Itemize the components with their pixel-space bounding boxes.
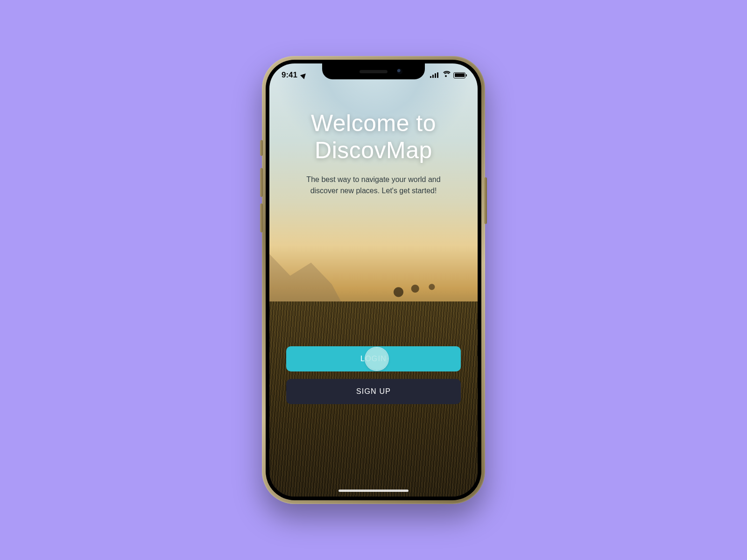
- status-time: 9:41: [282, 70, 297, 80]
- phone-device-frame: 9:41 Welcome to DiscovMap The best way t…: [262, 56, 485, 504]
- power-button: [484, 177, 487, 224]
- wifi-icon: [442, 72, 450, 78]
- volume-down-button: [260, 203, 263, 232]
- login-button-label: LOGIN: [360, 355, 387, 363]
- speaker-grille: [359, 70, 388, 73]
- front-camera: [397, 69, 402, 74]
- volume-up-button: [260, 168, 263, 197]
- welcome-subtitle: The best way to navigate your world and …: [294, 174, 453, 196]
- welcome-title: Welcome to DiscovMap: [311, 110, 436, 164]
- cellular-signal-icon: [430, 72, 438, 78]
- mute-switch: [260, 140, 263, 156]
- signup-button-label: SIGN UP: [356, 387, 391, 396]
- auth-buttons: LOGIN SIGN UP: [286, 346, 461, 404]
- welcome-title-line2: DiscovMap: [315, 137, 432, 163]
- status-bar-right: [430, 69, 465, 78]
- signup-button[interactable]: SIGN UP: [286, 379, 461, 404]
- welcome-screen: Welcome to DiscovMap The best way to nav…: [269, 63, 478, 497]
- status-bar-left: 9:41: [282, 68, 307, 80]
- location-arrow-icon: [300, 71, 308, 79]
- phone-bezel: 9:41 Welcome to DiscovMap The best way t…: [266, 60, 481, 500]
- login-button[interactable]: LOGIN: [286, 346, 461, 371]
- phone-screen: 9:41 Welcome to DiscovMap The best way t…: [269, 63, 478, 497]
- device-notch: [322, 63, 425, 79]
- welcome-title-line1: Welcome to: [311, 110, 436, 136]
- battery-icon: [453, 72, 465, 78]
- home-indicator[interactable]: [338, 490, 409, 492]
